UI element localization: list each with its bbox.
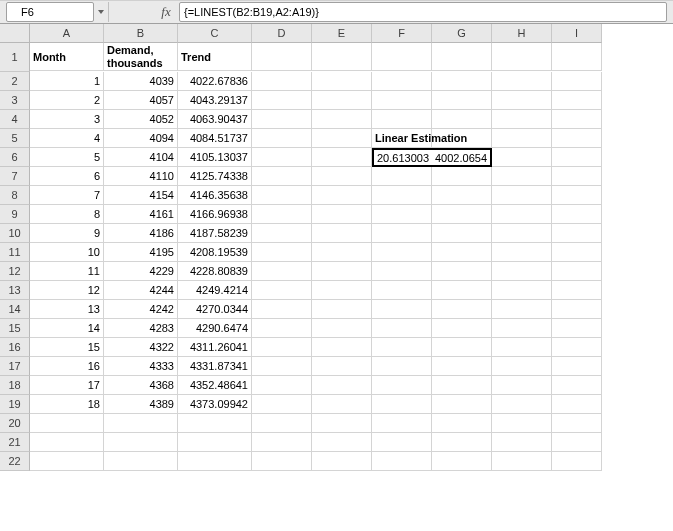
- cell-empty[interactable]: [372, 452, 432, 471]
- row-header-7[interactable]: 7: [0, 167, 30, 186]
- cell-empty[interactable]: [312, 281, 372, 300]
- cell-empty[interactable]: [552, 91, 602, 110]
- cell-trend[interactable]: 4331.87341: [178, 357, 252, 376]
- cell-month[interactable]: 11: [30, 262, 104, 281]
- cell-empty[interactable]: [492, 319, 552, 338]
- cell-empty[interactable]: [372, 338, 432, 357]
- cell-empty[interactable]: [432, 243, 492, 262]
- row-header-20[interactable]: 20: [0, 414, 30, 433]
- cell-empty[interactable]: [104, 414, 178, 433]
- cell-month[interactable]: 5: [30, 148, 104, 167]
- row-header-5[interactable]: 5: [0, 129, 30, 148]
- cell-empty[interactable]: [312, 205, 372, 224]
- cell-empty[interactable]: [492, 224, 552, 243]
- row-header-21[interactable]: 21: [0, 433, 30, 452]
- col-header-E[interactable]: E: [312, 24, 372, 43]
- cell-empty[interactable]: [492, 300, 552, 319]
- cell-empty[interactable]: [432, 395, 492, 414]
- cell-month[interactable]: 14: [30, 319, 104, 338]
- cell-empty[interactable]: [312, 148, 372, 167]
- cell-demand[interactable]: 4110: [104, 167, 178, 186]
- cell-empty[interactable]: [552, 167, 602, 186]
- cell-empty[interactable]: [372, 300, 432, 319]
- cell-empty[interactable]: [252, 72, 312, 91]
- cell-empty[interactable]: [312, 338, 372, 357]
- row-header-22[interactable]: 22: [0, 452, 30, 471]
- cell-empty[interactable]: [252, 414, 312, 433]
- cell-empty[interactable]: [372, 357, 432, 376]
- cell-empty[interactable]: [432, 300, 492, 319]
- cell-empty[interactable]: [372, 395, 432, 414]
- cell-trend[interactable]: 4373.09942: [178, 395, 252, 414]
- cell-empty[interactable]: [312, 319, 372, 338]
- cell-month[interactable]: 13: [30, 300, 104, 319]
- cell-month[interactable]: 12: [30, 281, 104, 300]
- row-header-1[interactable]: 1: [0, 43, 30, 72]
- cell-trend[interactable]: 4084.51737: [178, 129, 252, 148]
- cell-empty[interactable]: [492, 186, 552, 205]
- cell-empty[interactable]: [372, 414, 432, 433]
- cell-empty[interactable]: [492, 395, 552, 414]
- cell-empty[interactable]: [492, 148, 552, 167]
- row-header-11[interactable]: 11: [0, 243, 30, 262]
- row-header-15[interactable]: 15: [0, 319, 30, 338]
- col-header-A[interactable]: A: [30, 24, 104, 43]
- cell-empty[interactable]: [252, 186, 312, 205]
- cell-empty[interactable]: [252, 148, 312, 167]
- cell-empty[interactable]: [252, 167, 312, 186]
- cell-empty[interactable]: [492, 338, 552, 357]
- cell-empty[interactable]: [252, 319, 312, 338]
- cell-empty[interactable]: [492, 376, 552, 395]
- cell-demand[interactable]: 4283: [104, 319, 178, 338]
- cell-month[interactable]: 4: [30, 129, 104, 148]
- cell-month[interactable]: 15: [30, 338, 104, 357]
- row-header-9[interactable]: 9: [0, 205, 30, 224]
- cell-empty[interactable]: [312, 43, 372, 71]
- cell-empty[interactable]: [372, 205, 432, 224]
- cell-empty[interactable]: [312, 186, 372, 205]
- cell-empty[interactable]: [552, 72, 602, 91]
- header-month[interactable]: Month: [30, 43, 104, 71]
- cell-empty[interactable]: [552, 43, 602, 71]
- cell-demand[interactable]: 4368: [104, 376, 178, 395]
- cell-empty[interactable]: [432, 357, 492, 376]
- cell-empty[interactable]: [372, 319, 432, 338]
- cell-empty[interactable]: [178, 452, 252, 471]
- cell-month[interactable]: 6: [30, 167, 104, 186]
- cell-demand[interactable]: 4104: [104, 148, 178, 167]
- cell-empty[interactable]: [252, 452, 312, 471]
- cell-linest-slope[interactable]: 20.613003: [372, 148, 432, 167]
- col-header-H[interactable]: H: [492, 24, 552, 43]
- cell-empty[interactable]: [552, 262, 602, 281]
- cell-empty[interactable]: [372, 167, 432, 186]
- cell-empty[interactable]: [252, 205, 312, 224]
- cell-empty[interactable]: [492, 129, 552, 148]
- cell-empty[interactable]: [252, 300, 312, 319]
- cell-empty[interactable]: [372, 43, 432, 71]
- cell-empty[interactable]: [372, 433, 432, 452]
- cell-demand[interactable]: 4057: [104, 91, 178, 110]
- cell-empty[interactable]: [30, 433, 104, 452]
- cell-empty[interactable]: [312, 300, 372, 319]
- cell-demand[interactable]: 4322: [104, 338, 178, 357]
- col-header-B[interactable]: B: [104, 24, 178, 43]
- cell-empty[interactable]: [30, 452, 104, 471]
- cell-trend[interactable]: 4043.29137: [178, 91, 252, 110]
- name-box-dropdown[interactable]: [94, 2, 109, 22]
- cell-month[interactable]: 1: [30, 72, 104, 91]
- cell-trend[interactable]: 4228.80839: [178, 262, 252, 281]
- cell-empty[interactable]: [372, 110, 432, 129]
- row-header-8[interactable]: 8: [0, 186, 30, 205]
- row-header-12[interactable]: 12: [0, 262, 30, 281]
- row-header-16[interactable]: 16: [0, 338, 30, 357]
- cell-empty[interactable]: [552, 357, 602, 376]
- row-header-2[interactable]: 2: [0, 72, 30, 91]
- cell-empty[interactable]: [552, 376, 602, 395]
- cell-demand[interactable]: 4094: [104, 129, 178, 148]
- cell-empty[interactable]: [492, 262, 552, 281]
- row-header-6[interactable]: 6: [0, 148, 30, 167]
- cell-empty[interactable]: [552, 414, 602, 433]
- cell-demand[interactable]: 4154: [104, 186, 178, 205]
- cell-empty[interactable]: [252, 43, 312, 71]
- cell-month[interactable]: 2: [30, 91, 104, 110]
